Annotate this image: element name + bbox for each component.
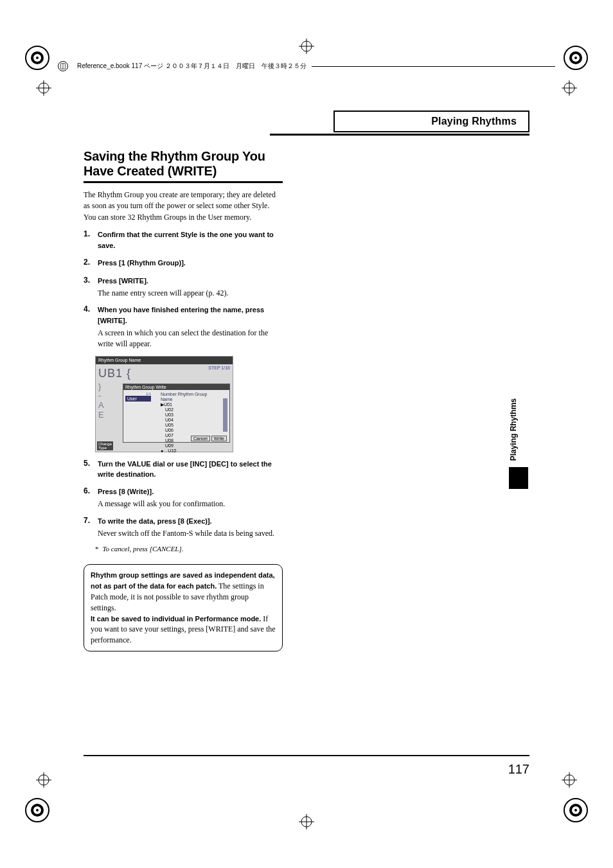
svg-point-15 bbox=[574, 809, 577, 811]
side-tab-text: Playing Rhythms bbox=[509, 398, 518, 461]
step-item: 5. Turn the VALUE dial or use [INC] [DEC… bbox=[84, 459, 283, 481]
step-item: 2. Press [1 (Rhythm Group)]. bbox=[84, 258, 283, 269]
scrollbar bbox=[223, 398, 227, 432]
registration-mark bbox=[299, 39, 314, 54]
crop-mark-br bbox=[562, 796, 590, 824]
change-type-button: Change Type bbox=[97, 441, 113, 450]
side-tab-block bbox=[509, 467, 528, 489]
registration-mark bbox=[36, 80, 51, 96]
running-head-rule bbox=[270, 134, 529, 136]
asterisk: * bbox=[95, 545, 99, 553]
side-tab: Playing Rhythms bbox=[509, 398, 528, 489]
step-number: 3. bbox=[84, 276, 95, 285]
step-item: 4. When you have finished entering the n… bbox=[84, 305, 283, 349]
step-body-text: A screen in which you can select the des… bbox=[98, 328, 283, 350]
step-number: 5. bbox=[84, 459, 95, 468]
section-title: Saving the Rhythm Group You Have Created… bbox=[84, 149, 283, 183]
list-header: Number Rhythm Group Name bbox=[161, 392, 219, 402]
info-bold-2: It can be saved to individual in Perform… bbox=[91, 615, 261, 623]
device-screenshot: Rhythm Group Name STEP 1/16 UB1 { } - A … bbox=[95, 356, 233, 452]
cancel-note: *To cancel, press [CANCEL]. bbox=[95, 545, 283, 553]
step-number: 6. bbox=[84, 486, 95, 495]
dialog-title: Rhythm Group Write bbox=[123, 384, 229, 390]
step-bold: When you have finished entering the name… bbox=[98, 306, 264, 324]
screenshot-big-name: UB1 { bbox=[98, 367, 131, 380]
step-bold: To write the data, press [8 (Exec)]. bbox=[98, 517, 212, 525]
cancel-note-text: To cancel, press [CANCEL]. bbox=[103, 545, 184, 553]
step-bold: Press [8 (Write)]. bbox=[98, 488, 154, 495]
write-button: Write bbox=[211, 436, 227, 441]
screenshot-dialog: Rhythm Group Write 1/1 User Number Rhyth… bbox=[123, 384, 230, 443]
list-item: U09 bbox=[161, 443, 219, 448]
list-item: ▶U01 bbox=[161, 402, 219, 407]
step-item: 6. Press [8 (Write)].A message will ask … bbox=[84, 486, 283, 509]
running-head-box: Playing Rhythms bbox=[333, 111, 529, 132]
list-item: U03 bbox=[161, 412, 219, 418]
registration-mark bbox=[562, 772, 577, 788]
number-list: Number Rhythm Group Name ▶U01 U02 U03 U0… bbox=[161, 392, 219, 454]
book-header-text: Reference_e.book 117 ページ ２００３年７月１４日 月曜日 … bbox=[77, 62, 306, 71]
cancel-button: Cancel bbox=[191, 436, 210, 441]
page-number: 117 bbox=[508, 762, 529, 777]
registration-mark bbox=[36, 772, 51, 788]
step-number: 1. bbox=[84, 229, 95, 238]
svg-point-3 bbox=[36, 57, 39, 59]
step-item: 1. Confirm that the current Style is the… bbox=[84, 229, 283, 251]
svg-point-7 bbox=[574, 57, 577, 59]
screenshot-letters: } - A E bbox=[98, 382, 104, 421]
intro-paragraph: The Rhythm Group you create are temporar… bbox=[84, 190, 283, 223]
steps-list: 1. Confirm that the current Style is the… bbox=[84, 229, 283, 349]
step-number: 2. bbox=[84, 258, 95, 267]
step-body-text: The name entry screen will appear (p. 42… bbox=[98, 288, 283, 299]
step-body-text: Never switch off the Fantom-S while data… bbox=[98, 528, 283, 539]
registration-mark bbox=[562, 80, 577, 96]
svg-point-11 bbox=[36, 809, 39, 811]
list-item: U05 bbox=[161, 423, 219, 428]
book-icon bbox=[58, 61, 68, 71]
book-header: Reference_e.book 117 ページ ２００３年７月１４日 月曜日 … bbox=[58, 61, 555, 71]
running-head: Playing Rhythms bbox=[335, 112, 523, 131]
list-item: U04 bbox=[161, 418, 219, 423]
step-bold: Confirm that the current Style is the on… bbox=[98, 231, 274, 249]
step-bold: Press [1 (Rhythm Group)]. bbox=[98, 259, 186, 267]
step-item: 7. To write the data, press [8 (Exec)].N… bbox=[84, 516, 283, 539]
step-body-text: A message will ask you for confirmation. bbox=[98, 499, 283, 509]
steps-list-cont: 5. Turn the VALUE dial or use [INC] [DEC… bbox=[84, 459, 283, 539]
screenshot-titlebar: Rhythm Group Name bbox=[96, 357, 233, 364]
crop-mark-tr bbox=[562, 44, 590, 72]
footer-rule bbox=[84, 755, 529, 756]
list-item: U02 bbox=[161, 407, 219, 412]
info-box: Rhythm group settings are saved as indep… bbox=[84, 564, 283, 651]
list-item: U06 bbox=[161, 428, 219, 433]
crop-mark-tl bbox=[23, 44, 51, 72]
step-item: 3. Press [WRITE].The name entry screen w… bbox=[84, 276, 283, 299]
user-tab: User bbox=[125, 396, 151, 402]
step-number: 7. bbox=[84, 516, 95, 525]
step-bold: Turn the VALUE dial or use [INC] [DEC] t… bbox=[98, 460, 272, 479]
list-item: ● U10 bbox=[161, 448, 219, 454]
screenshot-step-indicator: STEP 1/16 bbox=[208, 366, 230, 370]
step-number: 4. bbox=[84, 305, 95, 314]
step-bold: Press [WRITE]. bbox=[98, 277, 148, 285]
crop-mark-bl bbox=[23, 796, 51, 824]
registration-mark bbox=[299, 814, 314, 829]
